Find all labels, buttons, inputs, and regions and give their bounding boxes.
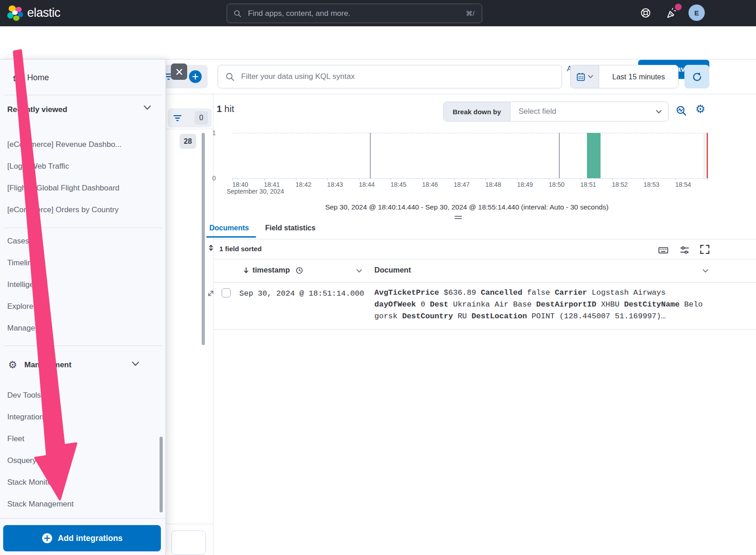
gridline-top xyxy=(233,133,707,133)
nav-item-stack-management[interactable]: Stack Management xyxy=(0,493,165,515)
sort-fields-icon[interactable] xyxy=(207,244,215,252)
x-axis-tick xyxy=(581,178,581,180)
nav-item-intelligence[interactable]: Intelligence xyxy=(0,274,165,296)
kql-placeholder: Filter your data using KQL syntax xyxy=(241,72,355,81)
row-timestamp-cell: Sep 30, 2024 @ 18:51:14.000 xyxy=(239,289,364,298)
nav-group-recently-viewed[interactable]: Recently viewed xyxy=(0,101,165,118)
add-integrations-button[interactable]: Add integrations xyxy=(3,525,161,551)
elastic-logo-icon[interactable] xyxy=(6,5,24,22)
notification-badge xyxy=(675,4,682,10)
breakdown-select-field[interactable]: Select field xyxy=(510,102,656,121)
document-field-value: $636.89 xyxy=(439,288,481,297)
row-checkbox[interactable] xyxy=(222,288,231,297)
nav-item-fleet[interactable]: Fleet xyxy=(0,428,165,450)
x-tick-label: 18:47 xyxy=(454,181,470,188)
histogram-chart[interactable]: September 30, 2024 18:4018:4118:4218:431… xyxy=(213,133,721,178)
add-filter-button[interactable] xyxy=(189,70,202,83)
nav-item-explore[interactable]: Explore xyxy=(0,296,165,317)
fullscreen-icon[interactable] xyxy=(700,244,710,254)
time-range-value[interactable]: Last 15 minutes xyxy=(599,65,678,88)
keyboard-icon[interactable] xyxy=(658,245,669,255)
x-axis-tick xyxy=(422,178,423,180)
nav-item-home[interactable]: Home xyxy=(0,68,165,88)
document-field-name: dayOfWeek xyxy=(374,300,416,309)
user-avatar[interactable]: E xyxy=(688,5,705,21)
current-time-marker xyxy=(707,133,708,178)
nav-item-logs-web-traffic[interactable]: [Logs] Web Traffic xyxy=(0,156,165,177)
x-tick-label: 18:53 xyxy=(644,181,659,188)
x-tick-label: 18:46 xyxy=(422,181,438,188)
field-filters-count-badge[interactable]: 0 xyxy=(194,111,208,125)
add-integrations-label: Add integrations xyxy=(58,534,123,543)
document-field-name: DestCityName xyxy=(624,300,679,309)
kql-search-input[interactable]: Filter your data using KQL syntax xyxy=(218,65,562,88)
fields-scrollbar[interactable] xyxy=(202,133,205,345)
global-header: elastic Find apps, content, and more. ⌘/ xyxy=(0,0,756,26)
histogram-bar-18-51[interactable] xyxy=(587,133,601,178)
nav-item-timelines[interactable]: Timelines xyxy=(0,252,165,274)
document-field-value: Ukrainka Air Base xyxy=(448,300,536,309)
x-axis-tick xyxy=(233,178,233,180)
management-header: Management xyxy=(24,360,72,370)
nav-home-label: Home xyxy=(27,73,49,83)
field-sorted-label[interactable]: 1 field sorted xyxy=(219,245,262,253)
help-icon[interactable] xyxy=(640,7,652,19)
tab-field-statistics[interactable]: Field statistics xyxy=(265,224,315,232)
plus-in-circle-icon xyxy=(42,533,53,544)
resize-handle[interactable] xyxy=(455,216,462,220)
document-field-value: RU xyxy=(453,312,471,321)
nav-item-osquery[interactable]: Osquery xyxy=(0,450,165,472)
field-filter-funnel-icon[interactable] xyxy=(173,114,182,122)
x-axis-tick xyxy=(296,178,296,180)
chevron-down-icon[interactable] xyxy=(656,102,668,121)
x-tick-label: 18:48 xyxy=(485,181,501,188)
nav-item-flights-global-flight-dashboard[interactable]: [Flights] Global Flight Dashboard xyxy=(0,177,165,199)
close-nav-button[interactable] xyxy=(171,63,187,80)
divider xyxy=(213,239,756,239)
search-shortcut-hint: ⌘/ xyxy=(466,10,475,18)
divider xyxy=(166,524,213,524)
x-tick-label: 18:44 xyxy=(359,181,375,188)
field-search-input[interactable] xyxy=(171,531,206,555)
nav-item-dev-tools[interactable]: Dev Tools xyxy=(0,385,165,406)
app-toolbar: D Discover NewOpenShareAlertsInspect Sav… xyxy=(0,26,756,59)
document-field-name: DestLocation xyxy=(471,312,527,321)
timestamp-column-menu-chevron-icon[interactable] xyxy=(356,269,362,273)
sort-descending-icon[interactable] xyxy=(242,267,250,274)
nav-group-management[interactable]: ⚙ Management xyxy=(0,356,165,374)
row-document-cell: AvgTicketPrice $636.89 Cancelled false C… xyxy=(374,287,710,322)
nav-item-ecommerce-orders-by-country[interactable]: [eCommerce] Orders by Country xyxy=(0,199,165,221)
display-options-icon[interactable] xyxy=(679,245,690,255)
chevron-down-icon[interactable] xyxy=(143,105,151,110)
refresh-button[interactable] xyxy=(684,65,709,88)
expand-document-icon[interactable] xyxy=(207,290,214,297)
x-axis-tick xyxy=(391,178,391,180)
chart-options-gear-icon[interactable]: ⚙ xyxy=(695,103,705,115)
column-header-document[interactable]: Document xyxy=(374,266,411,274)
x-tick-label: 18:52 xyxy=(612,181,628,188)
nav-item-cases[interactable]: Cases xyxy=(0,230,165,252)
hits-label: hit xyxy=(224,103,234,114)
document-column-menu-chevron-icon[interactable] xyxy=(703,269,708,273)
nav-scrollbar[interactable] xyxy=(160,437,163,512)
column-header-timestamp[interactable]: timestamp xyxy=(252,266,290,274)
x-axis-tick xyxy=(644,178,644,180)
x-axis-line xyxy=(233,178,707,179)
nav-item-ecommerce-revenue-dashbo[interactable]: [eCommerce] Revenue Dashbo... xyxy=(0,134,165,156)
x-tick-label: 18:45 xyxy=(390,181,406,188)
global-search-input[interactable]: Find apps, content, and more. ⌘/ xyxy=(227,4,482,23)
document-field-value: Belo xyxy=(679,300,703,309)
explore-in-lens-icon[interactable] xyxy=(675,105,688,117)
tab-documents[interactable]: Documents xyxy=(209,224,249,232)
nav-item-integrations[interactable]: Integrations xyxy=(0,406,165,428)
x-tick-label: 18:42 xyxy=(296,181,311,188)
x-axis-tick xyxy=(517,178,518,180)
date-picker-calendar-button[interactable] xyxy=(571,65,599,88)
nav-item-stack-monitoring[interactable]: Stack Monitoring xyxy=(0,472,165,493)
nav-item-manage[interactable]: Manage xyxy=(0,317,165,339)
recently-viewed-list: [eCommerce] Revenue Dashbo...[Logs] Web … xyxy=(0,134,165,221)
global-search-placeholder: Find apps, content, and more. xyxy=(248,9,350,18)
chevron-down-icon[interactable] xyxy=(131,361,140,366)
document-text-line: dayOfWeek 0 Dest Ukrainka Air Base DestA… xyxy=(374,299,710,311)
divider xyxy=(4,346,162,346)
